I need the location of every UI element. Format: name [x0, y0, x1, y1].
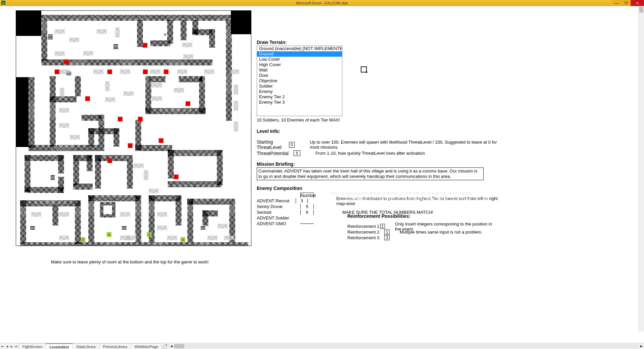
terrain-limit-note: 10 Soldiers, 10 Enemies of each Tier MAX…	[257, 117, 498, 122]
wall	[29, 77, 35, 148]
window-title: Microsoft Excel - EXLCOM.xlsb	[296, 1, 348, 5]
low-cover	[149, 189, 159, 193]
wall	[87, 155, 93, 171]
wall	[88, 128, 94, 147]
low-cover	[144, 170, 148, 180]
low-cover	[224, 236, 234, 240]
low-cover	[60, 69, 70, 74]
wall-inner	[103, 205, 112, 214]
reinforcement-label: Reinforcement 3	[347, 235, 384, 240]
threat-potential-label: ThreatPotential	[257, 151, 294, 156]
enemy-marker: E3	[143, 43, 147, 48]
level-map[interactable]: O E3 E3 E2 E2 E2 E1 E1 E3 E1 E1 E1 E1 E1…	[16, 10, 251, 246]
terrain-option[interactable]: Enemy Tier 3	[257, 100, 342, 105]
low-cover	[134, 163, 144, 168]
low-cover	[120, 212, 130, 217]
enemy-count-input[interactable]	[300, 223, 314, 224]
low-cover	[152, 83, 162, 88]
enemy-count-input[interactable]: 3	[296, 198, 308, 203]
enemy-marker: E1	[159, 138, 163, 143]
wall	[113, 128, 119, 147]
enemy-type-label: ADVENT GMO	[257, 221, 300, 226]
void-block	[16, 11, 41, 36]
enemy-type-label: Sectoid	[257, 210, 300, 215]
terrain-listbox[interactable]: Ground (inaccessible) [NOT IMPLEMENTED]G…	[257, 46, 342, 116]
vertical-scrollbar[interactable]	[638, 6, 644, 332]
threat-potential-desc: From 1-10, how quickly ThreatLevel rises…	[315, 151, 425, 156]
wall	[52, 205, 58, 226]
low-cover	[182, 43, 192, 47]
low-cover	[183, 54, 193, 59]
mission-briefing-label: Mission Briefing:	[257, 161, 498, 167]
reinforcement-note-2: Multiple times same input is not a probl…	[400, 230, 482, 235]
wall	[88, 195, 94, 242]
wall	[202, 210, 208, 226]
terrain-option[interactable]: Ground	[257, 51, 342, 57]
vertical-scrollbar-thumb[interactable]	[639, 7, 643, 13]
terrain-option[interactable]: Enemy Tier 2	[257, 94, 342, 100]
low-cover	[31, 212, 41, 217]
low-cover	[60, 88, 64, 98]
terrain-option[interactable]: Wall	[257, 67, 342, 73]
threat-level-input[interactable]: 0	[289, 142, 295, 148]
svg-rect-0	[361, 67, 366, 72]
minimize-button[interactable]: —	[612, 0, 621, 6]
terrain-option[interactable]: Low Cover	[257, 57, 342, 62]
low-cover	[234, 85, 238, 95]
reinforcement-input[interactable]: 1	[380, 224, 385, 229]
close-button[interactable]: ✕	[631, 0, 644, 6]
low-cover	[83, 51, 93, 56]
wall	[135, 195, 141, 242]
low-cover	[126, 236, 136, 240]
enemy-marker: E2	[107, 69, 112, 74]
low-cover	[59, 123, 69, 128]
low-cover	[157, 212, 167, 217]
enemy-count-input[interactable]: 6	[300, 210, 314, 215]
reinforcement-label: Reinforcement 1	[347, 224, 380, 229]
mission-briefing-text[interactable]: Commander, ADVENT has taken over the tow…	[257, 167, 484, 180]
worksheet-area[interactable]: O E3 E3 E2 E2 E2 E1 E1 E3 E1 E1 E1 E1 E1…	[0, 6, 644, 332]
low-cover	[167, 236, 177, 240]
low-cover	[157, 226, 167, 230]
wall	[20, 200, 26, 244]
wall	[58, 177, 64, 193]
level-info-label: Level Info:	[257, 129, 498, 134]
reinforcement-input[interactable]: 3	[384, 235, 390, 240]
low-cover	[207, 236, 217, 240]
terrain-option[interactable]: Ground (inaccessible) [NOT IMPLEMENTED]	[257, 46, 342, 51]
soldier-marker: S	[181, 237, 185, 242]
soldier-marker: S	[107, 232, 111, 237]
low-cover	[55, 29, 65, 34]
low-cover	[59, 108, 69, 113]
draw-terrain-label: Draw Terrain:	[257, 40, 498, 45]
enemy-marker: E1	[107, 158, 112, 163]
terrain-option[interactable]: High Cover	[257, 62, 342, 67]
threat-level-label: Starting ThreatLevel	[257, 139, 289, 150]
wall	[187, 199, 193, 242]
terrain-option[interactable]: Soldier	[257, 84, 342, 89]
maximize-button[interactable]: ❐	[621, 0, 631, 6]
wall	[209, 29, 215, 48]
wall	[135, 145, 172, 151]
editor-panel: Draw Terrain: Ground (inaccessible) [NOT…	[257, 40, 498, 227]
wall	[181, 20, 187, 40]
wall	[127, 155, 133, 189]
enemy-count-input[interactable]: 5	[300, 204, 314, 209]
terrain-option[interactable]: Door	[257, 73, 342, 78]
reinforcement-label: Reinforcement 2	[347, 230, 384, 235]
wall	[150, 40, 170, 46]
wall	[149, 76, 165, 82]
wall	[73, 184, 93, 190]
terrain-option[interactable]: Enemy	[257, 89, 342, 94]
wall	[75, 200, 81, 244]
low-cover	[97, 29, 107, 34]
terrain-option[interactable]: Objective	[257, 78, 342, 84]
low-cover	[59, 212, 69, 217]
low-cover	[234, 121, 238, 132]
window-titlebar: X Microsoft Excel - EXLCOM.xlsb — ❐ ✕	[0, 0, 644, 6]
composition-ghost-note-2: If there are too many enemies on the fie…	[341, 196, 488, 201]
reinforcement-input[interactable]: 1	[384, 230, 390, 235]
wall	[145, 108, 206, 114]
svg-rect-1	[366, 71, 367, 73]
threat-potential-input[interactable]: 5	[294, 150, 300, 156]
